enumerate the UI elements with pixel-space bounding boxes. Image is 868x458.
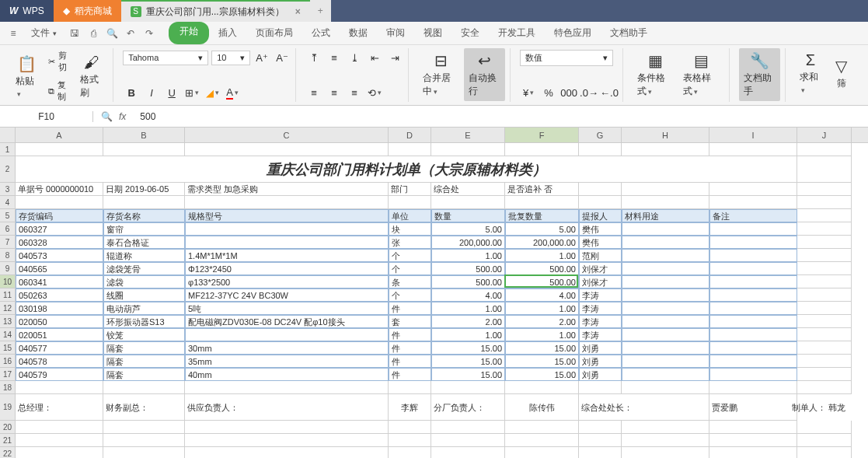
undo-icon[interactable]: ↶: [124, 26, 138, 40]
col-header[interactable]: C: [185, 128, 389, 142]
row-header[interactable]: 9: [0, 262, 15, 275]
decrease-decimal-button[interactable]: ←.0: [601, 84, 618, 101]
preview-icon[interactable]: 🔍: [105, 26, 119, 40]
cell[interactable]: [505, 143, 579, 156]
row-header[interactable]: 4: [0, 196, 15, 209]
row-header[interactable]: 8: [0, 249, 15, 262]
cell[interactable]: 2.00: [431, 315, 505, 328]
cell[interactable]: 樊伟: [579, 222, 622, 236]
row-header[interactable]: 14: [0, 328, 15, 341]
cell[interactable]: 滤袋: [103, 275, 185, 288]
cell[interactable]: 1.00: [431, 302, 505, 315]
cell[interactable]: [709, 183, 797, 196]
cell[interactable]: [797, 262, 852, 275]
cell[interactable]: 块: [389, 222, 431, 236]
cell[interactable]: 数量: [431, 209, 505, 222]
cell[interactable]: [797, 249, 852, 262]
cell[interactable]: 040577: [16, 341, 103, 355]
cell[interactable]: [709, 355, 797, 368]
cell[interactable]: [579, 143, 622, 156]
cell[interactable]: 提报人: [579, 209, 622, 222]
cell[interactable]: 2.00: [505, 315, 579, 328]
cell[interactable]: [431, 421, 505, 434]
cell[interactable]: [709, 421, 797, 434]
cell[interactable]: [505, 447, 579, 458]
cell[interactable]: [431, 447, 505, 458]
cell[interactable]: 刘勇: [579, 368, 622, 381]
cell[interactable]: [797, 355, 852, 368]
hamburger-icon[interactable]: ≡: [6, 26, 20, 40]
cell[interactable]: 环形振动器S13: [103, 315, 185, 328]
title-cell[interactable]: 重庆公司部门用料计划单（大宗原辅材料类）: [16, 156, 797, 183]
italic-button[interactable]: I: [143, 84, 160, 101]
cell[interactable]: [797, 222, 852, 236]
cell[interactable]: 陈传伟: [505, 394, 579, 421]
tab-insert[interactable]: 插入: [209, 22, 246, 44]
cell[interactable]: [622, 222, 709, 236]
fx-label[interactable]: fx: [119, 111, 126, 122]
cell[interactable]: [622, 315, 709, 328]
cell[interactable]: 40mm: [185, 368, 389, 381]
font-size-select[interactable]: 10▾: [211, 51, 250, 65]
doc-helper-button[interactable]: 🔧文档助手: [739, 48, 780, 101]
cell[interactable]: 刘保才: [579, 275, 622, 288]
cell[interactable]: 040578: [16, 355, 103, 368]
col-header[interactable]: D: [389, 128, 431, 142]
cell[interactable]: 总经理：: [16, 394, 103, 421]
orientation-button[interactable]: ⟲: [366, 84, 383, 101]
col-header[interactable]: E: [431, 128, 505, 142]
col-header[interactable]: G: [579, 128, 622, 142]
cell[interactable]: 单位: [389, 209, 431, 222]
search-icon[interactable]: 🔍: [101, 111, 113, 122]
format-painter-button[interactable]: 🖌格式刷: [75, 48, 108, 104]
cell[interactable]: [103, 381, 185, 394]
cell[interactable]: [709, 315, 797, 328]
cell[interactable]: 030198: [16, 302, 103, 315]
cell[interactable]: [622, 381, 709, 394]
cell[interactable]: 060328: [16, 236, 103, 249]
increase-decimal-button[interactable]: .0→: [580, 84, 598, 101]
cond-format-button[interactable]: ▦条件格式: [633, 48, 678, 101]
cell[interactable]: [797, 236, 852, 249]
cell[interactable]: [431, 196, 505, 209]
cell[interactable]: [103, 421, 185, 434]
fill-color-button[interactable]: ◢: [204, 84, 221, 101]
row-header[interactable]: 1: [0, 143, 15, 156]
cell[interactable]: 500.00: [431, 262, 505, 275]
cell[interactable]: [709, 381, 797, 394]
cell[interactable]: 060327: [16, 222, 103, 236]
cell[interactable]: 隔套: [103, 341, 185, 355]
name-box[interactable]: F10: [0, 111, 93, 122]
cell[interactable]: MF212-37YC 24V BC30W: [185, 288, 389, 302]
cell[interactable]: [579, 381, 622, 394]
cell[interactable]: [797, 183, 852, 196]
cell[interactable]: 15.00: [431, 341, 505, 355]
cell[interactable]: 件: [389, 328, 431, 341]
cell[interactable]: [797, 156, 852, 183]
col-header[interactable]: J: [797, 128, 852, 142]
cell[interactable]: [389, 143, 431, 156]
cell[interactable]: 泰石合格证: [103, 236, 185, 249]
redo-icon[interactable]: ↷: [142, 26, 156, 40]
row-header[interactable]: 16: [0, 355, 15, 368]
cell[interactable]: 件: [389, 341, 431, 355]
cell[interactable]: [505, 196, 579, 209]
cell[interactable]: 规格型号: [185, 209, 389, 222]
cell[interactable]: 张: [389, 236, 431, 249]
save-icon[interactable]: 🖫: [68, 26, 82, 40]
cell[interactable]: 1.00: [505, 328, 579, 341]
cell[interactable]: [797, 381, 852, 394]
tab-data[interactable]: 数据: [340, 22, 377, 44]
cell[interactable]: [709, 262, 797, 275]
indent-increase-button[interactable]: ⇥: [386, 49, 403, 66]
cell[interactable]: 1.00: [505, 302, 579, 315]
cell[interactable]: [103, 196, 185, 209]
cell[interactable]: 040579: [16, 368, 103, 381]
copy-button[interactable]: ⧉复制: [45, 78, 72, 104]
row-header[interactable]: 21: [0, 434, 15, 447]
align-center-button[interactable]: ≡: [326, 84, 343, 101]
cell[interactable]: [709, 288, 797, 302]
cell[interactable]: [709, 222, 797, 236]
underline-button[interactable]: U: [163, 84, 180, 101]
cell[interactable]: 窗帘: [103, 222, 185, 236]
